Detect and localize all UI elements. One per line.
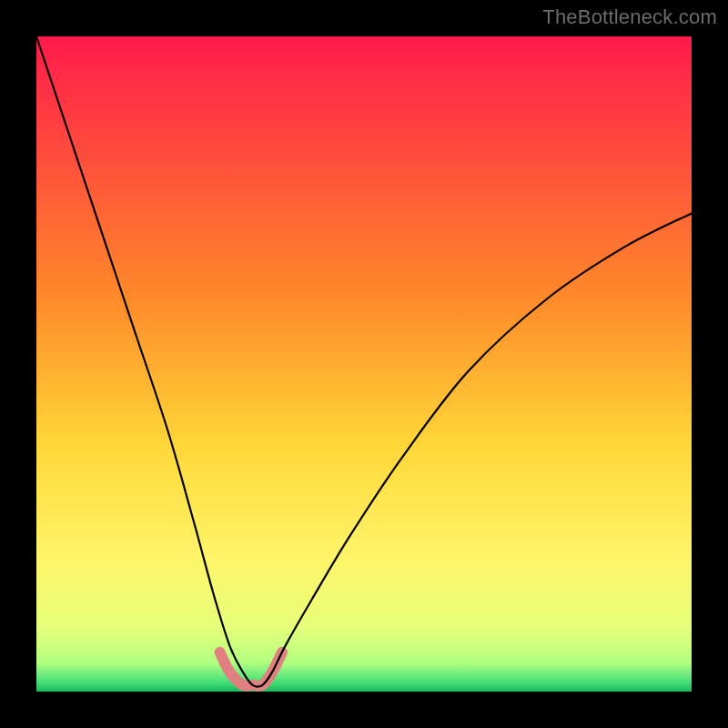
chart-frame: TheBottleneck.com bbox=[0, 0, 728, 728]
watermark-text: TheBottleneck.com bbox=[542, 5, 717, 29]
plot-svg bbox=[36, 36, 692, 692]
plot-area bbox=[36, 36, 692, 692]
gradient-background bbox=[36, 36, 692, 692]
